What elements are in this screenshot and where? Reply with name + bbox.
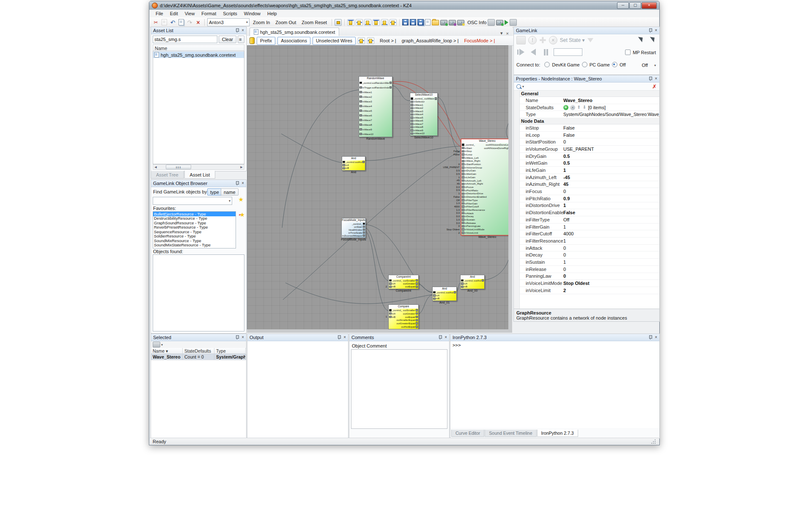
- close-icon[interactable]: ×: [444, 335, 447, 340]
- output-port[interactable]: [363, 232, 365, 234]
- pin-icon[interactable]: [337, 335, 341, 340]
- input-port[interactable]: [359, 133, 362, 135]
- input-port[interactable]: [462, 170, 464, 172]
- input-port[interactable]: [462, 212, 464, 215]
- output-port[interactable]: [363, 235, 365, 237]
- input-port[interactable]: [433, 294, 436, 297]
- input-port[interactable]: [462, 163, 464, 166]
- close-icon[interactable]: ×: [241, 335, 244, 340]
- selected-column-statedefaults[interactable]: StateDefaults: [183, 348, 214, 354]
- remove-state-icon[interactable]: ×: [549, 36, 557, 44]
- property-row-inRelease[interactable]: inRelease0: [514, 266, 659, 273]
- asset-search-input[interactable]: [153, 36, 217, 43]
- favourite-item[interactable]: SequenceResource - Type: [153, 229, 236, 234]
- zoom-reset-button[interactable]: Zoom Reset: [299, 19, 329, 26]
- save-as-icon[interactable]: [410, 19, 416, 25]
- save-all-icon[interactable]: [417, 19, 424, 25]
- minimize-button[interactable]: ─: [617, 2, 629, 9]
- input-port[interactable]: [461, 282, 464, 285]
- input-port[interactable]: [389, 286, 392, 288]
- tab-asset-list[interactable]: Asset List: [184, 171, 216, 179]
- objects-found-list[interactable]: [153, 254, 244, 331]
- close-icon[interactable]: ×: [241, 181, 244, 185]
- input-port[interactable]: [389, 316, 392, 318]
- menu-view[interactable]: View: [181, 10, 198, 17]
- breadcrumb-item[interactable]: Root > |: [380, 38, 396, 43]
- filter-icon[interactable]: ≡: [238, 36, 244, 43]
- input-port[interactable]: [462, 150, 464, 153]
- clear-filter-icon[interactable]: ✗: [652, 83, 657, 90]
- selected-column-type[interactable]: Type: [214, 348, 246, 354]
- radio-pc-game[interactable]: PC Game: [582, 62, 610, 67]
- input-port[interactable]: [411, 110, 413, 113]
- maximize-button[interactable]: ▢: [629, 2, 641, 9]
- favourite-item[interactable]: ReverbPresetResource - Type: [153, 225, 236, 230]
- toggle-associations[interactable]: Associations: [277, 37, 310, 45]
- property-row-inVoiceLimit[interactable]: inVoiceLimit2: [514, 287, 659, 294]
- graph-canvas[interactable]: RandomWave_control_outRandomWaveinTrigge…: [247, 45, 509, 330]
- output-port[interactable]: [416, 319, 418, 322]
- input-port[interactable]: [462, 166, 464, 169]
- output-port[interactable]: [390, 82, 392, 84]
- input-port[interactable]: [411, 123, 413, 125]
- close-icon[interactable]: ×: [655, 335, 657, 340]
- scrollbar-thumb[interactable]: ▮▮▮: [166, 165, 191, 169]
- output-port[interactable]: [363, 229, 365, 231]
- add-item-icon[interactable]: +: [563, 105, 568, 110]
- capture-icon[interactable]: [449, 20, 456, 25]
- input-port[interactable]: [411, 101, 413, 103]
- state-list-icon[interactable]: [516, 36, 526, 44]
- input-port[interactable]: [411, 133, 413, 135]
- input-port[interactable]: [411, 104, 413, 106]
- graph-node-And[interactable]: And_control_outAndinAinBAnd: [342, 156, 365, 171]
- property-row-inVoiceLimitMode[interactable]: inVoiceLimitModeStop Oldest: [514, 280, 659, 287]
- output-port[interactable]: [435, 97, 437, 100]
- input-port[interactable]: [359, 105, 362, 108]
- nodedata-group-header[interactable]: − Node Data: [514, 118, 659, 124]
- redo-icon[interactable]: ↷: [186, 19, 193, 26]
- search-icon[interactable]: [516, 84, 521, 89]
- set-state-button[interactable]: Set State ▾: [560, 37, 585, 43]
- output-port[interactable]: [482, 279, 484, 282]
- output-port[interactable]: [362, 161, 365, 163]
- pin-icon[interactable]: [236, 28, 239, 33]
- property-row-inFilterType[interactable]: inFilterTypeOff: [514, 216, 659, 224]
- input-port[interactable]: [359, 119, 362, 121]
- toggle-prefix[interactable]: Prefix: [257, 37, 275, 45]
- pin-icon[interactable]: [649, 77, 652, 81]
- output-port[interactable]: [416, 316, 418, 318]
- new-document-icon[interactable]: [425, 19, 431, 25]
- favourite-item[interactable]: SoundMixStateResource - Type: [153, 243, 236, 248]
- pin-icon[interactable]: [649, 28, 652, 33]
- input-port[interactable]: [359, 91, 362, 94]
- tab-list-icon[interactable]: ▾: [500, 30, 503, 36]
- input-port[interactable]: [462, 232, 464, 234]
- input-port[interactable]: [462, 205, 464, 208]
- property-row-type[interactable]: Type System/GraphNodes/Sound/Wave_Stereo…: [514, 111, 659, 118]
- chevron-down-icon[interactable]: ▾: [522, 85, 524, 88]
- preset-combo[interactable]: Anton3 ▾: [207, 18, 250, 26]
- property-row-inFilterGain[interactable]: inFilterGain1: [514, 224, 659, 231]
- property-row-inDecay[interactable]: inDecay0: [514, 251, 659, 259]
- breadcrumb-item[interactable]: graph_AssaultRifle_loop > |: [402, 38, 459, 43]
- favourite-item[interactable]: BulletEjectorResource - Type: [153, 212, 236, 216]
- output-port[interactable]: [363, 223, 365, 225]
- paste-icon[interactable]: [161, 19, 168, 26]
- property-row-inStartPosition[interactable]: inStartPosition0: [514, 138, 659, 146]
- node-ring-icon[interactable]: [358, 37, 365, 44]
- title-bar[interactable]: d:\dev\KZ4\KIN\Assets\Game_Assets\sounds…: [149, 1, 659, 10]
- property-row-inDistortionDrive[interactable]: inDistortionDrive1: [514, 202, 659, 210]
- input-port[interactable]: [411, 113, 413, 116]
- receive-icon[interactable]: [649, 37, 654, 42]
- property-row-name[interactable]: Name Wave_Stereo: [514, 97, 659, 104]
- layout-icon[interactable]: [250, 37, 255, 44]
- property-row-inPitchRatio[interactable]: inPitchRatio0.9: [514, 195, 659, 202]
- graph-node-SelectWave10[interactable]: SelectWave10_control_outWaveinSelectorin…: [410, 93, 438, 136]
- chevron-down-icon[interactable]: ▾: [161, 343, 163, 347]
- property-row-inVolumeGroup[interactable]: inVolumeGroupUSE_PARENT: [514, 146, 659, 153]
- cut-icon[interactable]: ✂: [152, 19, 159, 26]
- breadcrumb-item[interactable]: FocusMode > |: [464, 38, 495, 43]
- document-tab[interactable]: hgh_sta25_smg.soundbank.coretext: [250, 28, 339, 36]
- play-icon[interactable]: [505, 20, 508, 25]
- input-port[interactable]: [359, 100, 362, 103]
